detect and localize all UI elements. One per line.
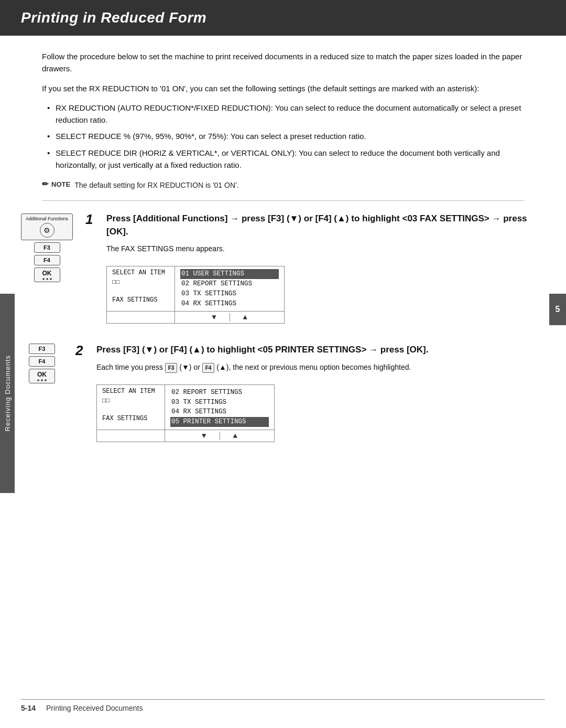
note-text: The default setting for RX REDUCTION is … [74, 178, 238, 191]
step-1-row: Additional Functions ⚙ F3 F4 OK 1 Press … [21, 212, 545, 329]
screen1-item-0: 01 USER SETTINGS [180, 269, 279, 279]
step2-key-icons: F3 F4 OK [21, 344, 63, 383]
footer-title: Printing Received Documents [46, 704, 143, 712]
screen2-item-0: 02 REPORT SETTINGS [170, 388, 269, 398]
step2-f3-inline: F3 [165, 363, 178, 373]
step2-desc-mid: (▼) or [179, 363, 200, 371]
page-header: Printing in Reduced Form [0, 0, 566, 36]
step-1-number: 1 [85, 211, 101, 228]
step-1-content: 1 Press [Additional Functions] → press [… [85, 212, 545, 329]
step2-screen: SELECT AN ITEM □□ FAX SETTINGS 02 REPORT… [96, 384, 275, 442]
screen1-sub: □□ [112, 279, 169, 286]
screen1-bottom: FAX SETTINGS [112, 296, 169, 304]
page-title: Printing in Reduced Form [21, 9, 545, 26]
screen2-bottom: FAX SETTINGS [102, 415, 159, 422]
intro-para1: Follow the procedure below to set the ma… [42, 50, 524, 75]
chapter-tab: 5 [549, 294, 566, 325]
screen1-header: SELECT AN ITEM [112, 269, 169, 276]
screen1-right: 01 USER SETTINGS 02 REPORT SETTINGS 03 T… [175, 266, 284, 311]
step2-desc-prefix: Each time you press [96, 363, 163, 371]
step2-ok-key: OK [29, 369, 55, 383]
screen2-item-1: 03 TX SETTINGS [170, 398, 269, 408]
step2-f4-inline: F4 [202, 363, 215, 373]
step-2-row: F3 F4 OK 2 Press [F3] (▼) or [F4] (▲) to… [21, 344, 545, 447]
screen1-left: SELECT AN ITEM □□ FAX SETTINGS [107, 266, 175, 311]
screen2-sub: □□ [102, 397, 159, 404]
screen1-footer-left [107, 312, 175, 323]
additional-functions-icon: ⚙ [40, 223, 55, 238]
screen1-main-row: SELECT AN ITEM □□ FAX SETTINGS 01 USER S… [107, 266, 284, 311]
screen1-footer-right: ▼ ▲ [175, 312, 284, 323]
step-2-desc: Each time you press F3 (▼) or F4 (▲), th… [96, 362, 428, 373]
step-1-title: Press [Additional Functions] → press [F3… [106, 212, 545, 238]
section-divider [42, 200, 524, 201]
ok-key: OK [34, 267, 60, 282]
screen2-item-2: 04 RX SETTINGS [170, 407, 269, 417]
f4-key: F4 [34, 255, 60, 265]
side-label-text: Receiving Documents [4, 355, 12, 431]
screen2-main-row: SELECT AN ITEM □□ FAX SETTINGS 02 REPORT… [97, 385, 274, 430]
step-2-number: 2 [75, 342, 91, 359]
pencil-icon: ✏ [42, 179, 49, 189]
screen2-arrow-down: ▼ [202, 432, 206, 440]
screen2-left: SELECT AN ITEM □□ FAX SETTINGS [97, 385, 165, 430]
screen1-item-3: 04 RX SETTINGS [180, 299, 279, 309]
step2-f4-key: F4 [29, 356, 55, 367]
step-1-desc: The FAX SETTINGS menu appears. [106, 243, 545, 254]
bullet-list: RX REDUCTION (AUTO REDUCTION*/FIXED REDU… [47, 102, 524, 171]
step2-f3-key: F3 [29, 344, 55, 354]
intro-para2: If you set the RX REDUCTION to '01 ON', … [42, 82, 524, 94]
step1-key-icons: Additional Functions ⚙ F3 F4 OK [21, 212, 73, 282]
step-2-content: 2 Press [F3] (▼) or [F4] (▲) to highligh… [75, 344, 545, 447]
additional-functions-key: Additional Functions ⚙ [21, 213, 73, 240]
f3-key: F3 [34, 242, 60, 253]
screen2-arrow-up: ▲ [233, 432, 237, 440]
note-section: ✏ NOTE The default setting for RX REDUCT… [42, 178, 524, 191]
bullet-item-3: SELECT REDUCE DIR (HORIZ & VERTICAL*, or… [47, 147, 524, 172]
screen1-item-2: 03 TX SETTINGS [180, 289, 279, 299]
content-area: Follow the procedure below to set the ma… [0, 50, 566, 201]
screen2-item-3: 05 PRINTER SETTINGS [170, 417, 269, 427]
bullet-item-2: SELECT REDUCE % (97%, 95%, 90%*, or 75%)… [47, 130, 524, 142]
screen2-right: 02 REPORT SETTINGS 03 TX SETTINGS 04 RX … [165, 385, 274, 430]
bullet-item-1: RX REDUCTION (AUTO REDUCTION*/FIXED REDU… [47, 102, 524, 126]
screen1-footer: ▼ ▲ [107, 311, 284, 323]
inline-f4-label: F4 [202, 363, 215, 373]
side-label: Receiving Documents [0, 294, 15, 493]
arrow-up-icon: ▲ [243, 313, 247, 322]
step2-desc-suffix: (▲), the next or previous menu option be… [216, 363, 411, 371]
step-2-title: Press [F3] (▼) or [F4] (▲) to highlight … [96, 344, 428, 357]
screen2-footer: ▼ ▲ [97, 430, 274, 442]
page-footer: 5-14 Printing Received Documents [21, 699, 545, 712]
footer-page-number: 5-14 [21, 704, 36, 712]
note-label: ✏ NOTE [42, 179, 70, 189]
screen2-footer-right: ▼ ▲ [165, 430, 274, 442]
screen2-footer-left [97, 430, 165, 442]
inline-f3-label: F3 [165, 363, 178, 373]
arrow-down-icon: ▼ [212, 313, 216, 322]
screen2-header: SELECT AN ITEM [102, 388, 159, 395]
screen1-item-1: 02 REPORT SETTINGS [180, 279, 279, 289]
steps-area: Additional Functions ⚙ F3 F4 OK 1 Press … [0, 212, 566, 447]
step1-screen: SELECT AN ITEM □□ FAX SETTINGS 01 USER S… [106, 266, 285, 324]
chapter-number: 5 [556, 305, 560, 314]
